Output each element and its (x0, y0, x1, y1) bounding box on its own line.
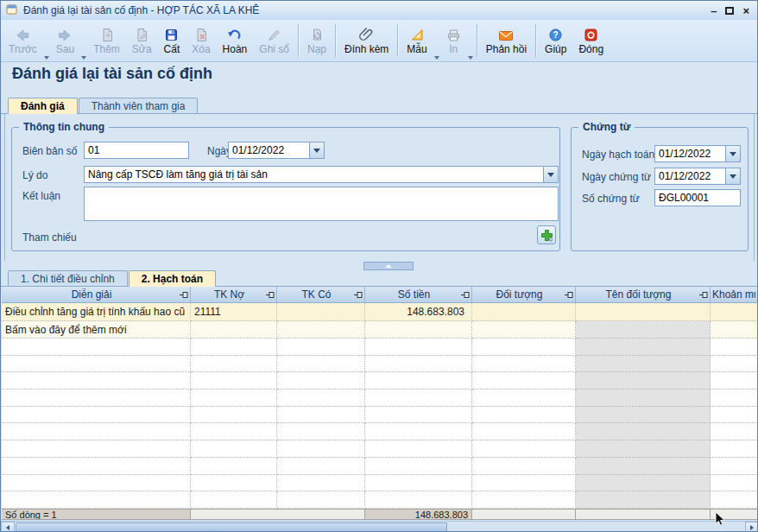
back-dropdown-caret (44, 56, 49, 60)
column-header-tk-co[interactable]: TK Có (277, 287, 365, 303)
tab-thanh-vien-tham-gia[interactable]: Thành viên tham gia (79, 98, 199, 114)
floppy-save-icon (164, 26, 179, 42)
back-button: Trước (3, 22, 43, 60)
chevron-down-icon[interactable] (725, 168, 740, 184)
cell-so-tien[interactable]: 148.683.803 (365, 303, 472, 321)
grid-empty-row (2, 372, 758, 390)
grid-empty-row (2, 475, 758, 492)
reload-button: Nạp (301, 22, 332, 60)
pin-icon[interactable] (266, 291, 275, 299)
forward-dropdown-caret (81, 56, 86, 60)
undo-arrow-icon (227, 26, 242, 42)
group-legend: Thông tin chung (19, 121, 109, 133)
column-header-ten-doi-tuong[interactable]: Tên đối tượng (576, 287, 711, 303)
splitter-collapse-button[interactable] (363, 262, 414, 270)
cell-doi-tuong[interactable] (472, 303, 576, 321)
ngay-chung-tu-label: Ngày chứng từ (582, 171, 651, 183)
app-window: Đánh giá lại tài sản cố định - HỢP TÁC X… (0, 0, 758, 532)
pin-icon[interactable] (354, 291, 363, 299)
grid-add-new-row[interactable]: Bấm vào đây để thêm mới (2, 321, 758, 339)
save-button[interactable]: Cất (158, 22, 186, 60)
scroll-right-button[interactable] (745, 522, 758, 532)
chevron-down-icon[interactable] (725, 146, 740, 162)
paperclip-icon (359, 26, 375, 42)
add-reference-button[interactable] (537, 225, 556, 244)
template-button[interactable]: Mẫu (401, 22, 433, 60)
app-icon (5, 3, 18, 18)
disabled-cell (576, 491, 711, 509)
ngay-hach-toan-label: Ngày hạch toán (582, 149, 654, 161)
undo-button[interactable]: Hoàn (217, 22, 254, 60)
ket-luan-textarea[interactable] (84, 187, 559, 221)
cell-tk-co[interactable] (277, 303, 365, 321)
page-edit-icon (135, 26, 148, 42)
forward-button: Sau (50, 22, 80, 60)
help-circle-icon: ? (548, 26, 563, 42)
cell-tk-no[interactable]: 21111 (191, 303, 277, 321)
chevron-down-icon[interactable] (543, 167, 558, 182)
grid-empty-row (2, 339, 758, 356)
cell-dien-giai[interactable]: Điều chỉnh tăng giá trị tính khấu hao cũ (2, 303, 191, 321)
arrow-left-icon (6, 525, 9, 530)
disabled-cell (576, 458, 711, 475)
grid-empty-row (2, 407, 758, 424)
toolbar-separator (298, 24, 299, 57)
add-new-hint[interactable]: Bấm vào đây để thêm mới (2, 321, 191, 339)
cell-ten-doi-tuong[interactable] (576, 303, 711, 321)
column-header-doi-tuong[interactable]: Đối tượng (472, 287, 576, 303)
bien-ban-so-input[interactable] (84, 142, 189, 159)
help-button[interactable]: ? Giúp (539, 22, 572, 60)
scrollbar-thumb[interactable] (16, 522, 447, 532)
template-dropdown-caret[interactable] (434, 56, 439, 60)
page-delete-icon (194, 26, 208, 42)
group-chung-tu: Chứng từ Ngày hạch toán 01/12/2022 Ngày … (571, 127, 749, 251)
maximize-button[interactable] (725, 5, 734, 16)
so-chung-tu-label: Số chứng từ (582, 193, 640, 205)
cell-khoan-muc[interactable] (711, 303, 758, 321)
grid-empty-row (2, 356, 758, 373)
attach-button[interactable]: Đính kèm (338, 22, 395, 60)
feedback-button[interactable]: Phản hồi (480, 22, 533, 60)
pin-icon[interactable] (565, 291, 573, 299)
horizontal-scrollbar[interactable] (1, 521, 758, 532)
top-tabstrip: Đánh giá Thành viên tham gia (8, 98, 198, 114)
grid-empty-row (2, 491, 758, 509)
pin-icon[interactable] (180, 291, 188, 299)
tab-chi-tiet-dieu-chinh[interactable]: 1. Chi tiết điều chỉnh (8, 270, 128, 287)
toolbar-separator (335, 24, 336, 57)
so-tien-total: 148.683.803 (365, 509, 472, 520)
chevron-down-icon[interactable] (309, 142, 324, 158)
tab-danh-gia[interactable]: Đánh giá (8, 98, 78, 114)
group-legend: Chứng từ (578, 121, 635, 133)
tab-hach-toan[interactable]: 2. Hạch toán (129, 270, 216, 287)
ly-do-combo[interactable]: Nâng cấp TSCĐ làm tăng giá trị tài sản (84, 166, 559, 183)
minimize-button[interactable]: – (711, 5, 717, 16)
arrow-right-icon (750, 525, 754, 530)
print-dropdown-caret (468, 56, 473, 60)
so-chung-tu-input[interactable] (654, 189, 741, 206)
close-toolbar-button[interactable]: Đóng (572, 22, 610, 60)
column-header-so-tien[interactable]: Số tiền (365, 287, 472, 303)
disabled-cell (576, 475, 711, 492)
column-header-khoan-muc[interactable]: Khoản mục (711, 287, 758, 303)
scroll-left-button[interactable] (1, 522, 15, 532)
disabled-cell (576, 390, 711, 407)
grid-empty-row (2, 440, 758, 458)
ngay-date-combo[interactable]: 01/12/2022 (228, 142, 325, 159)
ly-do-label: Lý do (22, 169, 47, 181)
pin-icon[interactable] (461, 291, 470, 299)
ket-luan-label: Kết luận (22, 190, 60, 202)
titlebar: Đánh giá lại tài sản cố định - HỢP TÁC X… (1, 1, 757, 20)
ngay-hach-toan-combo[interactable]: 01/12/2022 (654, 145, 741, 162)
disabled-cell (576, 372, 711, 390)
column-header-tk-no[interactable]: TK Nợ (191, 287, 277, 303)
close-button[interactable]: × (742, 5, 749, 16)
plus-icon (540, 229, 553, 242)
column-header-dien-giai[interactable]: Diễn giải (2, 287, 191, 303)
pin-icon[interactable] (699, 291, 708, 299)
group-thong-tin-chung: Thông tin chung Biên bản số Ngày 01/12/2… (11, 127, 560, 251)
grid-empty-row (2, 458, 758, 475)
ngay-chung-tu-combo[interactable]: 01/12/2022 (654, 168, 741, 185)
window-title: Đánh giá lại tài sản cố định - HỢP TÁC X… (23, 4, 259, 16)
toolbar-separator (397, 24, 398, 57)
